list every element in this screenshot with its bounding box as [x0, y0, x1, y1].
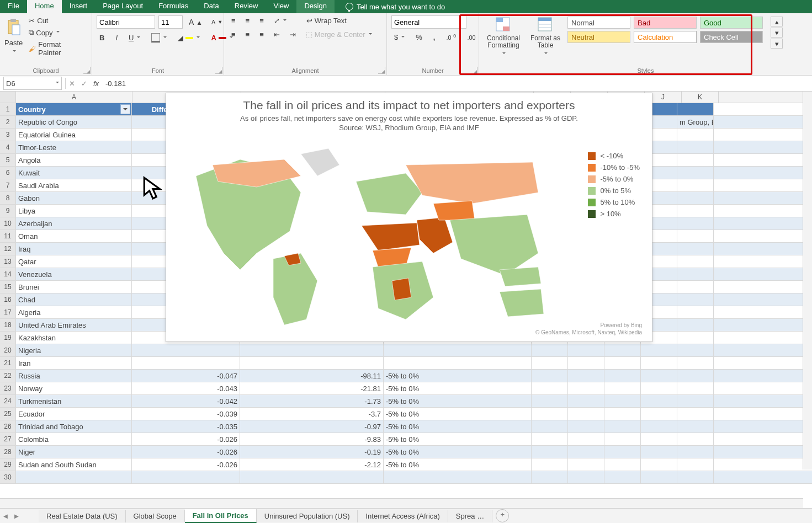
- underline-button[interactable]: U: [126, 33, 143, 43]
- cell[interactable]: Timor-Leste: [16, 141, 132, 153]
- tab-file[interactable]: File: [0, 0, 27, 13]
- cell[interactable]: [677, 344, 714, 356]
- cell[interactable]: -5% to 0%: [384, 433, 532, 445]
- filter-dropdown-icon[interactable]: [120, 104, 130, 114]
- cell[interactable]: -0.047: [132, 370, 240, 382]
- cell[interactable]: [568, 471, 604, 483]
- cell[interactable]: [568, 420, 604, 433]
- cell[interactable]: -5% to 0%: [384, 458, 532, 471]
- cell[interactable]: Trinidad and Tobago: [16, 420, 132, 433]
- row-header[interactable]: 30: [0, 471, 16, 483]
- cell[interactable]: [604, 395, 641, 407]
- cell[interactable]: [677, 167, 714, 179]
- format-as-table-button[interactable]: Format as Table: [529, 17, 562, 57]
- cell[interactable]: [677, 357, 714, 369]
- horizontal-scrollbar[interactable]: [0, 498, 803, 509]
- cell[interactable]: Chad: [16, 293, 132, 306]
- borders-button[interactable]: [148, 32, 169, 44]
- cell[interactable]: [532, 382, 568, 394]
- cell[interactable]: [604, 382, 641, 394]
- cell[interactable]: [677, 306, 714, 318]
- cell[interactable]: [677, 103, 714, 115]
- cell[interactable]: [677, 293, 714, 306]
- align-bottom-button[interactable]: ≡: [257, 15, 267, 26]
- cell[interactable]: Kazakhstan: [16, 332, 132, 344]
- formula-input[interactable]: -0.181: [102, 79, 812, 88]
- row-header[interactable]: 21: [0, 357, 16, 369]
- row-header[interactable]: 19: [0, 332, 16, 344]
- new-sheet-button[interactable]: +: [496, 509, 509, 522]
- cell[interactable]: -5% to 0%: [384, 370, 532, 382]
- row-header[interactable]: 5: [0, 154, 16, 166]
- table-row[interactable]: 23Norway-0.043-21.81-5% to 0%: [0, 382, 812, 395]
- enter-formula-button[interactable]: ✓: [78, 79, 90, 88]
- cell[interactable]: [532, 357, 568, 369]
- row-header[interactable]: 18: [0, 319, 16, 331]
- align-right-button[interactable]: ≡: [257, 29, 267, 40]
- cell[interactable]: -5% to 0%: [384, 408, 532, 420]
- styles-scroll-down[interactable]: ▾: [771, 28, 783, 38]
- number-dialog-launcher[interactable]: [470, 67, 477, 74]
- cell[interactable]: [677, 154, 714, 166]
- cell[interactable]: [641, 471, 677, 483]
- cell[interactable]: [132, 471, 240, 483]
- cell[interactable]: -5% to 0%: [384, 420, 532, 433]
- decrease-indent-button[interactable]: ⇤: [271, 29, 283, 40]
- cell[interactable]: [677, 319, 714, 331]
- increase-indent-button[interactable]: ⇥: [287, 29, 299, 40]
- cell[interactable]: [532, 433, 568, 445]
- align-left-button[interactable]: ≡: [229, 29, 238, 40]
- cell[interactable]: Norway: [16, 382, 132, 394]
- sheet-tab-internet-africa[interactable]: Internet Access (Africa): [358, 510, 448, 522]
- row-header[interactable]: 28: [0, 446, 16, 458]
- cell[interactable]: [604, 370, 641, 382]
- cell[interactable]: -3.7: [240, 408, 384, 420]
- cell[interactable]: Iraq: [16, 243, 132, 255]
- cell[interactable]: [641, 357, 677, 369]
- cell[interactable]: [532, 395, 568, 407]
- cell[interactable]: [604, 446, 641, 458]
- font-name-select[interactable]: [97, 15, 155, 29]
- row-header[interactable]: 1: [0, 103, 16, 115]
- cell[interactable]: -0.043: [132, 382, 240, 394]
- tab-review[interactable]: Review: [227, 0, 266, 13]
- table-row[interactable]: 26Trinidad and Tobago-0.035-0.97-5% to 0…: [0, 420, 812, 433]
- map-chart[interactable]: The fall in oil prices and its impact to…: [166, 93, 652, 342]
- cell[interactable]: [132, 344, 240, 356]
- cell[interactable]: [677, 192, 714, 204]
- style-check-cell[interactable]: Check Cell: [700, 31, 763, 43]
- row-header[interactable]: 24: [0, 395, 16, 407]
- cell[interactable]: -0.19: [240, 446, 384, 458]
- tell-me[interactable]: Tell me what you want to do: [335, 0, 445, 13]
- cell[interactable]: Country: [16, 103, 132, 115]
- cut-button[interactable]: ✂Cut: [26, 15, 87, 26]
- sheet-tab-uninsured[interactable]: Uninsured Population (US): [257, 510, 358, 522]
- cell[interactable]: [641, 420, 677, 433]
- row-header[interactable]: 9: [0, 205, 16, 217]
- cell[interactable]: Republic of Congo: [16, 116, 132, 128]
- cell[interactable]: [641, 458, 677, 471]
- row-header[interactable]: 7: [0, 179, 16, 191]
- style-bad[interactable]: Bad: [634, 17, 697, 29]
- cell[interactable]: -98.11: [240, 370, 384, 382]
- styles-scroll-up[interactable]: ▴: [771, 17, 783, 26]
- percent-format-button[interactable]: %: [413, 32, 425, 42]
- cell[interactable]: Qatar: [16, 255, 132, 268]
- cell[interactable]: m Group, EIA, and IMF: [677, 116, 714, 128]
- cell[interactable]: [240, 471, 384, 483]
- comma-format-button[interactable]: ,: [431, 32, 438, 42]
- table-row[interactable]: 30: [0, 471, 812, 484]
- cell-styles-gallery[interactable]: Normal Bad Good Neutral Calculation Chec…: [567, 17, 764, 43]
- cell[interactable]: [677, 255, 714, 268]
- cell[interactable]: -5% to 0%: [384, 446, 532, 458]
- row-header[interactable]: 3: [0, 129, 16, 141]
- row-header[interactable]: 25: [0, 408, 16, 420]
- row-header[interactable]: 11: [0, 230, 16, 242]
- cell[interactable]: Algeria: [16, 306, 132, 318]
- sheet-tab-sprea[interactable]: Sprea …: [448, 510, 492, 522]
- cell[interactable]: Nigeria: [16, 344, 132, 356]
- row-header[interactable]: 17: [0, 306, 16, 318]
- table-row[interactable]: 28Niger-0.026-0.19-5% to 0%: [0, 446, 812, 458]
- row-header[interactable]: 4: [0, 141, 16, 153]
- cell[interactable]: [677, 332, 714, 344]
